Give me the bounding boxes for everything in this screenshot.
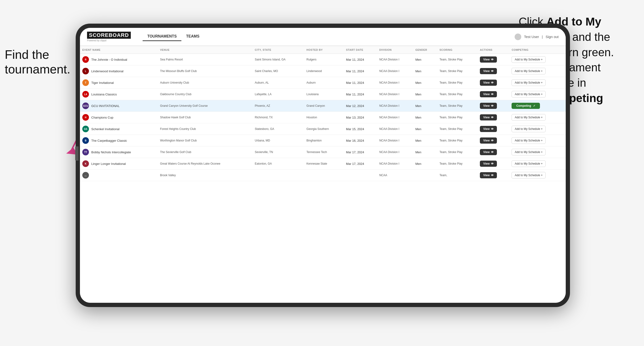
gender-cell: Men — [413, 100, 437, 112]
navbar: SCOREBOARD Powered by clippd TOURNAMENTS… — [80, 28, 566, 46]
user-avatar — [515, 33, 521, 40]
view-button[interactable]: View 👁 — [480, 103, 497, 109]
add-label: Add to My Schedule + — [515, 162, 542, 165]
add-to-schedule-button[interactable]: Add to My Schedule + — [512, 149, 546, 156]
team-logo: B — [82, 137, 89, 144]
gender-cell: Men — [413, 135, 437, 147]
view-button[interactable]: View 👁 — [480, 56, 497, 63]
hosted-by-cell: Louisiana — [304, 89, 344, 100]
event-name-cell: H Champions Cup — [80, 112, 158, 123]
add-to-schedule-button[interactable]: Add to My Schedule + — [512, 114, 546, 121]
view-label: View — [483, 81, 490, 84]
event-name-text: Champions Cup — [91, 116, 113, 119]
city-state-cell: Phoenix, AZ — [252, 100, 304, 112]
eye-icon: 👁 — [491, 93, 494, 96]
event-name-text: Lindenwood Invitational — [91, 69, 124, 73]
actions-cell: View 👁 — [478, 170, 509, 181]
gender-cell: Men — [413, 77, 437, 89]
logo-area: SCOREBOARD Powered by clippd — [87, 32, 131, 42]
table-row: GCU GCU INVITATIONAL Grand Canyon Univer… — [80, 100, 566, 112]
add-label: Add to My Schedule + — [515, 151, 542, 154]
view-label: View — [483, 104, 490, 107]
check-icon: ✓ — [533, 104, 536, 107]
add-to-schedule-button[interactable]: Add to My Schedule + — [512, 68, 546, 74]
start-date-cell: Mar 13, 2024 — [344, 112, 377, 123]
competing-cell: Add to My Schedule + — [509, 147, 566, 158]
add-to-schedule-button[interactable]: Add to My Schedule + — [512, 160, 546, 167]
view-label: View — [483, 116, 490, 119]
separator: | — [542, 35, 543, 39]
view-button[interactable]: View 👁 — [480, 91, 497, 97]
view-button[interactable]: View 👁 — [480, 138, 497, 144]
scoring-cell: Team, Stroke Play — [437, 135, 478, 147]
venue-cell: The Sevierville Golf Club — [158, 147, 252, 158]
tablet-screen: SCOREBOARD Powered by clippd TOURNAMENTS… — [80, 28, 566, 303]
add-to-schedule-button[interactable]: Add to My Schedule + — [512, 56, 546, 63]
scoring-cell: Team, Stroke Play — [437, 100, 478, 112]
hosted-by-cell: Grand Canyon — [304, 100, 344, 112]
event-name-text: GCU INVITATIONAL — [91, 104, 120, 108]
city-state-cell: Auburn, AL — [252, 77, 304, 89]
view-button[interactable]: View 👁 — [480, 80, 497, 86]
venue-cell: The Missouri Bluffs Golf Club — [158, 65, 252, 77]
nav-link-tournaments[interactable]: TOURNAMENTS — [142, 32, 182, 41]
competing-cell: Competing ✓ — [509, 100, 566, 112]
side-tab — [75, 147, 78, 161]
team-logo: TT — [82, 149, 89, 156]
view-button[interactable]: View 👁 — [480, 172, 497, 178]
team-logo: LA — [82, 91, 89, 98]
table-header-row: EVENT NAME VENUE CITY, STATE HOSTED BY S… — [80, 46, 566, 54]
nav-link-teams[interactable]: TEAMS — [182, 32, 204, 41]
event-name-text: Bobby Nichols Intercollegiate — [91, 151, 131, 154]
competing-cell: Add to My Schedule + — [509, 170, 566, 181]
hosted-by-cell — [304, 170, 344, 181]
view-button[interactable]: View 👁 — [480, 126, 497, 132]
competing-cell: Add to My Schedule + — [509, 123, 566, 135]
add-to-schedule-button[interactable]: Add to My Schedule + — [512, 137, 546, 144]
event-name-text: Schenkel Invitational — [91, 127, 120, 131]
eye-icon: 👁 — [491, 116, 494, 119]
view-button[interactable]: View 👁 — [480, 149, 497, 155]
add-to-schedule-button[interactable]: Add to My Schedule + — [512, 126, 546, 132]
event-name-cell: LA Louisiana Classics — [80, 89, 158, 100]
table-row: LA Louisiana Classics Oakbourne Country … — [80, 89, 566, 100]
add-label: Add to My Schedule + — [515, 81, 542, 84]
add-to-schedule-button[interactable]: Add to My Schedule + — [512, 79, 546, 86]
start-date-cell — [344, 170, 377, 181]
view-label: View — [483, 93, 490, 96]
add-to-schedule-button[interactable]: Add to My Schedule + — [512, 91, 546, 98]
tablet: SCOREBOARD Powered by clippd TOURNAMENTS… — [76, 24, 570, 307]
col-division: DIVISION — [377, 46, 413, 54]
signout-link[interactable]: Sign out — [546, 35, 558, 39]
view-button[interactable]: View 👁 — [480, 114, 497, 120]
competing-button[interactable]: Competing ✓ — [512, 103, 540, 109]
division-cell: NCAA Division I — [377, 147, 413, 158]
view-button[interactable]: View 👁 — [480, 68, 497, 74]
add-to-schedule-button[interactable]: Add to My Schedule + — [512, 172, 546, 178]
venue-cell: Worthington Manor Golf Club — [158, 135, 252, 147]
division-cell: NCAA Division I — [377, 100, 413, 112]
gender-cell: Men — [413, 123, 437, 135]
venue-cell: Grand Canyon University Golf Course — [158, 100, 252, 112]
hosted-by-cell: Binghamton — [304, 135, 344, 147]
table-row: H Champions Cup Shadow Hawk Golf Club Ri… — [80, 112, 566, 123]
add-label: Add to My Schedule + — [515, 173, 542, 177]
event-name-cell: GCU GCU INVITATIONAL — [80, 100, 158, 112]
add-label: Add to My Schedule + — [515, 127, 542, 131]
division-cell: NCAA Division I — [377, 54, 413, 65]
gender-cell: Men — [413, 89, 437, 100]
table-row: B The Carpetbagger Classic Worthington M… — [80, 135, 566, 147]
event-name-cell: R The Johnnie - O Individual — [80, 54, 158, 65]
table-row: TT Bobby Nichols Intercollegiate The Sev… — [80, 147, 566, 158]
actions-cell: View 👁 — [478, 89, 509, 100]
city-state-cell: Sevierville, TN — [252, 147, 304, 158]
team-logo: L — [82, 68, 89, 74]
scoring-cell: Team, Stroke Play — [437, 123, 478, 135]
scoring-cell: Team, Stroke Play — [437, 89, 478, 100]
table-row: L Lindenwood Invitational The Missouri B… — [80, 65, 566, 77]
competing-cell: Add to My Schedule + — [509, 54, 566, 65]
table-area: EVENT NAME VENUE CITY, STATE HOSTED BY S… — [80, 46, 566, 303]
view-button[interactable]: View 👁 — [480, 161, 497, 167]
scoring-cell: Team, Stroke Play — [437, 158, 478, 170]
event-name-text: The Johnnie - O Individual — [91, 58, 127, 61]
